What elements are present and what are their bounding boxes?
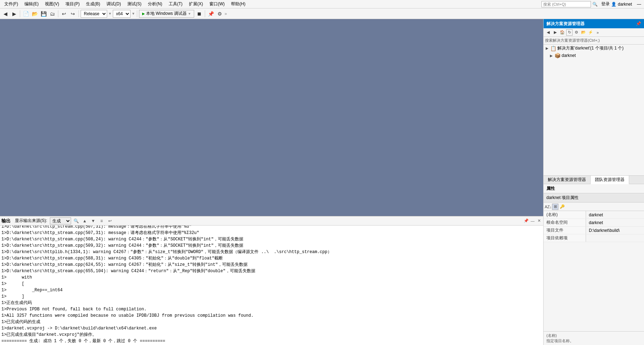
- open-button[interactable]: 📂: [31, 10, 39, 18]
- code-editor[interactable]: [0, 19, 543, 216]
- search-area: 🔍: [541, 1, 598, 7]
- output-up-button[interactable]: ▲: [81, 217, 88, 224]
- minimize-button[interactable]: —: [636, 2, 643, 7]
- solution-search-label: 搜索解决方案资源管理器(Ctrl+;): [545, 38, 600, 42]
- project-name: darknet: [618, 2, 632, 7]
- right-sidebar: 解决方案资源管理器 📌 ◀ ▶ 🏠 ↻ ⚙ 📂 ⚡ » 搜索解决方案资源管理器(…: [543, 19, 644, 345]
- solution-label: 解决方案'darknet'(1 个项目/共 1 个): [557, 45, 623, 51]
- output-wrap-button[interactable]: ↩: [106, 217, 114, 224]
- output-close-button[interactable]: ✕: [536, 218, 542, 224]
- output-source-select[interactable]: 生成: [50, 217, 71, 224]
- tab-solution-explorer[interactable]: 解决方案资源管理器: [544, 176, 591, 184]
- run-button[interactable]: ▶ 本地 Windows 调试器 ▼: [139, 10, 194, 18]
- prop-sort-az-btn[interactable]: AZ↓: [545, 204, 551, 210]
- menu-project[interactable]: 项目(P): [63, 0, 82, 8]
- property-name: 项目依赖项: [544, 234, 586, 242]
- extra-button-1[interactable]: 📌: [207, 10, 215, 18]
- login-text[interactable]: 登录: [601, 1, 610, 7]
- extra-button-2[interactable]: ⚙: [216, 10, 224, 18]
- solution-explorer-title: 解决方案资源管理器: [546, 21, 585, 27]
- back-button[interactable]: ◀: [1, 10, 9, 18]
- output-pin-button[interactable]: 📌: [523, 218, 529, 224]
- se-home-btn[interactable]: 🏠: [559, 29, 565, 36]
- output-down-button[interactable]: ▼: [89, 217, 97, 224]
- menu-debug[interactable]: 调试(D): [104, 0, 124, 8]
- output-source-label: 显示输出来源(S):: [15, 218, 47, 224]
- separator-4: [137, 10, 137, 17]
- output-clear-button[interactable]: ≡: [98, 217, 105, 224]
- property-name: 根命名空间: [544, 219, 586, 226]
- separator-5: [205, 10, 205, 17]
- save-button[interactable]: 💾: [40, 10, 47, 18]
- tree-solution[interactable]: ▶ 📋 解决方案'darknet'(1 个项目/共 1 个): [544, 45, 644, 52]
- properties-table: (名称)darknet根命名空间darknet项目文件D:\darknet\bu…: [544, 211, 644, 331]
- se-back-btn[interactable]: ◀: [545, 29, 551, 36]
- solution-expand-icon: ▶: [545, 46, 549, 50]
- menu-test[interactable]: 测试(S): [124, 0, 144, 8]
- tree-project[interactable]: ▶ 📦 darknet: [544, 52, 644, 59]
- menu-build[interactable]: 生成(B): [83, 0, 103, 8]
- property-name: 项目文件: [544, 227, 586, 234]
- search-icon: 🔍: [592, 2, 598, 7]
- tab-team-explorer[interactable]: 团队资源管理器: [591, 176, 629, 184]
- properties-footer: (名称) 指定项目名称。: [544, 331, 644, 345]
- toolbar: ◀ ▶ 📄 📂 💾 🗂 ↩ ↪ Release ▼ x64 ▼ ▶ 本地 Win…: [0, 8, 644, 19]
- property-row[interactable]: (名称)darknet: [544, 211, 644, 219]
- menu-analyze[interactable]: 分析(N): [145, 0, 165, 8]
- new-file-button[interactable]: 📄: [22, 10, 30, 18]
- platform-dropdown-icon: ▼: [132, 12, 135, 16]
- se-extra-btn[interactable]: »: [594, 29, 601, 36]
- se-filter-btn[interactable]: ⚙: [573, 29, 580, 36]
- undo-button[interactable]: ↩: [60, 10, 68, 18]
- se-refresh-btn[interactable]: ↻: [566, 29, 573, 36]
- se-forward-btn[interactable]: ▶: [552, 29, 558, 36]
- project-icon: 📦: [555, 53, 561, 58]
- output-minimize-button[interactable]: —: [530, 218, 535, 224]
- property-value: darknet: [586, 211, 644, 218]
- output-find-button[interactable]: 🔍: [72, 217, 80, 224]
- sidebar-pin-icon[interactable]: 📌: [636, 21, 641, 26]
- project-expand-icon: ▶: [549, 54, 553, 58]
- menu-file[interactable]: 文件(F): [1, 0, 21, 8]
- forward-button[interactable]: ▶: [10, 10, 18, 18]
- output-controls: 📌 — ✕: [523, 218, 542, 224]
- prop-key-icon[interactable]: 🔑: [559, 204, 565, 210]
- project-label: darknet: [562, 53, 576, 58]
- property-row[interactable]: 根命名空间darknet: [544, 219, 644, 227]
- solution-explorer-header: 解决方案资源管理器 📌: [544, 19, 644, 28]
- prop-category-btn[interactable]: ⊞: [552, 204, 558, 210]
- output-header: 输出 显示输出来源(S): 生成 🔍 ▲ ▼ ≡ ↩ 📌 — ✕: [0, 216, 543, 226]
- run-dropdown-icon: ▼: [188, 12, 191, 16]
- se-properties-btn[interactable]: ⚡: [587, 29, 594, 36]
- menu-help[interactable]: 帮助(H): [228, 0, 248, 8]
- menu-tools[interactable]: 工具(T): [166, 0, 185, 8]
- properties-footer-desc: 指定项目名称。: [546, 338, 641, 344]
- platform-select[interactable]: x64: [113, 10, 130, 18]
- user-area: 登录 👤 darknet: [601, 1, 632, 7]
- config-select[interactable]: Release: [81, 10, 107, 18]
- property-row[interactable]: 项目文件D:\darknet\build\: [544, 227, 644, 234]
- redo-button[interactable]: ↪: [69, 10, 77, 18]
- editor-area: 输出 显示输出来源(S): 生成 🔍 ▲ ▼ ≡ ↩ 📌 — ✕ 1> _Rep…: [0, 19, 543, 345]
- sidebar-tabs: 解决方案资源管理器 团队资源管理器: [544, 176, 644, 184]
- properties-project-header: darknet 项目属性: [544, 193, 644, 203]
- menu-edit[interactable]: 编辑(E): [22, 0, 41, 8]
- property-row[interactable]: 项目依赖项: [544, 234, 644, 242]
- sidebar-header-buttons: 📌: [636, 21, 641, 26]
- menu-view[interactable]: 视图(V): [42, 0, 62, 8]
- properties-header: 属性: [544, 184, 644, 193]
- property-name: (名称): [544, 211, 586, 218]
- se-files-btn[interactable]: 📂: [580, 29, 587, 36]
- toolbar-dots: »: [225, 11, 227, 16]
- output-content[interactable]: 1> _Rep==_int64 1> ] 1> } 1>D:\darknet\s…: [0, 226, 543, 345]
- stop-button[interactable]: ⏹: [195, 10, 203, 18]
- save-all-button[interactable]: 🗂: [48, 10, 56, 18]
- solution-icon: 📋: [550, 46, 556, 51]
- property-value: D:\darknet\build\: [586, 227, 644, 234]
- output-title: 输出: [1, 218, 11, 224]
- menu-window[interactable]: 窗口(W): [207, 0, 227, 8]
- search-input[interactable]: [541, 1, 591, 7]
- output-panel: 输出 显示输出来源(S): 生成 🔍 ▲ ▼ ≡ ↩ 📌 — ✕ 1> _Rep…: [0, 216, 543, 345]
- menu-extensions[interactable]: 扩展(X): [186, 0, 206, 8]
- play-icon: ▶: [142, 12, 145, 16]
